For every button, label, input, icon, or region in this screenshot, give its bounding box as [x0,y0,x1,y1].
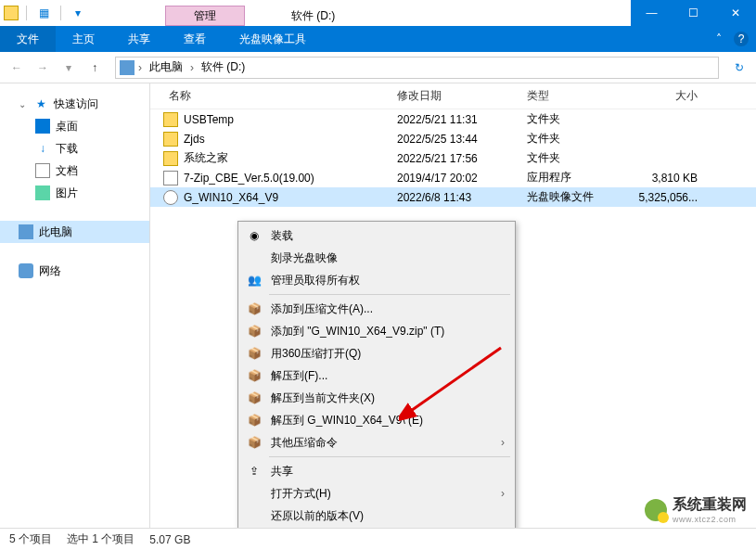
cm-mount[interactable]: ◉装载 [241,224,512,247]
cm-extract-named[interactable]: 📦解压到 G_WIN10_X64_V9\ (E) [241,409,512,431]
iso-icon [163,190,178,205]
separator [269,294,510,295]
cm-other-compress[interactable]: 📦其他压缩命令› [241,431,512,454]
navbar: ← → ▾ ↑ › 此电脑 › 软件 (D:) ↻ [0,52,756,83]
ribbon-share[interactable]: 共享 [111,26,167,52]
dropdown-icon[interactable]: ▾ [69,4,87,22]
status-items: 5 个项目 [9,531,52,547]
cm-extract-to[interactable]: 📦解压到(F)... [241,365,512,387]
table-row[interactable]: 7-Zip_CBE_Ver.5.0(19.00)2019/4/17 20:02应… [150,168,756,187]
chevron-right-icon[interactable]: › [188,61,196,74]
cm-burn[interactable]: 刻录光盘映像 [241,247,512,269]
cm-admin[interactable]: 👥管理员取得所有权 [241,269,512,291]
file-type: 文件夹 [519,150,621,166]
sidebar-label: 网络 [39,263,61,279]
forward-button[interactable]: → [32,57,54,79]
chevron-right-icon: › [501,436,505,449]
chevron-down-icon[interactable]: ⌄ [19,99,28,109]
qat: ▦ ▾ [0,0,91,26]
refresh-button[interactable]: ↻ [728,61,750,74]
sidebar-network[interactable]: 网络 [0,260,149,282]
watermark-icon [645,499,667,521]
cm-add-zip[interactable]: 📦添加到 "G_WIN10_X64_V9.zip" (T) [241,320,512,342]
exe-icon [163,171,178,185]
watermark-url: www.xtcz2.com [673,515,747,524]
archive-icon: 📦 [247,413,262,428]
sidebar-label: 图片 [56,185,78,201]
path-title: 软件 (D:) [263,6,363,26]
close-button[interactable]: ✕ [714,0,756,26]
titlebar: ▦ ▾ 管理 软件 (D:) — ☐ ✕ [0,0,756,26]
manage-tab[interactable]: 管理 [165,6,245,26]
disc-icon: ◉ [247,228,262,243]
chevron-right-icon: › [501,487,505,500]
star-icon: ★ [33,96,48,111]
cm-add-archive[interactable]: 📦添加到压缩文件(A)... [241,298,512,320]
ribbon-view[interactable]: 查看 [167,26,223,52]
table-row[interactable]: G_WIN10_X64_V92022/6/8 11:43光盘映像文件5,325,… [150,187,756,207]
bc-drive[interactable]: 软件 (D:) [198,59,249,75]
sidebar-quick-access[interactable]: ⌄ ★ 快速访问 [0,93,149,115]
file-type: 应用程序 [519,170,621,185]
pc-icon [19,224,33,239]
cm-open-with[interactable]: 打开方式(H)› [241,482,512,505]
pc-icon [120,60,135,75]
picture-icon [35,185,50,200]
back-button[interactable]: ← [6,57,28,79]
bc-this-pc[interactable]: 此电脑 [146,59,186,75]
sidebar-label: 桌面 [56,119,78,134]
file-date: 2022/5/25 13:44 [390,133,519,146]
chevron-right-icon[interactable]: › [136,61,144,74]
maximize-button[interactable]: ☐ [673,0,714,26]
cm-extract-here[interactable]: 📦解压到当前文件夹(X) [241,387,512,409]
ribbon-file[interactable]: 文件 [0,26,56,52]
title-tabs: 管理 软件 (D:) [165,0,363,26]
table-row[interactable]: USBTemp2022/5/21 11:31文件夹 [150,109,756,129]
context-menu: ◉装载 刻录光盘映像 👥管理员取得所有权 📦添加到压缩文件(A)... 📦添加到… [237,221,516,550]
separator [269,456,510,457]
recent-dropdown[interactable]: ▾ [58,57,80,79]
ribbon-right: ˄ ? [704,26,756,52]
cm-open-360[interactable]: 📦用360压缩打开(Q) [241,342,512,365]
file-date: 2022/6/8 11:43 [390,191,519,204]
properties-icon[interactable]: ▦ [34,4,53,22]
file-type: 文件夹 [519,131,621,147]
col-size[interactable]: 大小 [621,88,705,104]
file-date: 2019/4/17 20:02 [390,172,519,185]
sidebar-label: 快速访问 [54,96,98,112]
file-size: 3,810 KB [621,172,705,185]
sidebar: ⌄ ★ 快速访问 桌面 ↓ 下载 文档 图片 [0,83,150,529]
sidebar-desktop[interactable]: 桌面 [0,115,149,137]
watermark-title: 系统重装网 [673,495,747,515]
file-name: 7-Zip_CBE_Ver.5.0(19.00) [184,172,314,185]
sidebar-downloads[interactable]: ↓ 下载 [0,137,149,160]
ribbon: 文件 主页 共享 查看 光盘映像工具 ˄ ? [0,26,756,52]
folder-icon [163,112,178,127]
status-selected: 选中 1 个项目 [67,531,135,547]
ribbon-disc[interactable]: 光盘映像工具 [223,26,323,52]
cm-share[interactable]: ⇪共享 [241,460,512,482]
chevron-up-icon[interactable]: ˄ [711,32,726,46]
breadcrumb[interactable]: › 此电脑 › 软件 (D:) [115,57,719,79]
sidebar-this-pc[interactable]: 此电脑 [0,221,149,243]
col-type[interactable]: 类型 [519,88,621,104]
table-row[interactable]: 系统之家2022/5/21 17:56文件夹 [150,148,756,168]
sidebar-documents[interactable]: 文档 [0,160,149,182]
table-row[interactable]: Zjds2022/5/25 13:44文件夹 [150,129,756,148]
watermark: 系统重装网 www.xtcz2.com [645,495,747,524]
file-name: USBTemp [184,113,234,126]
help-icon[interactable]: ? [734,32,749,46]
cm-restore[interactable]: 还原以前的版本(V) [241,505,512,527]
file-type: 光盘映像文件 [519,189,621,205]
share-icon: ⇪ [247,464,262,479]
archive-icon: 📦 [247,435,262,450]
folder-icon [163,132,178,147]
file-name: Zjds [184,133,205,146]
minimize-button[interactable]: — [631,0,673,26]
ribbon-home[interactable]: 主页 [56,26,111,52]
col-name[interactable]: 名称 [150,88,390,104]
sidebar-pictures[interactable]: 图片 [0,182,149,204]
col-date[interactable]: 修改日期 [390,88,519,104]
up-button[interactable]: ↑ [83,57,106,79]
folder-icon [163,151,178,166]
